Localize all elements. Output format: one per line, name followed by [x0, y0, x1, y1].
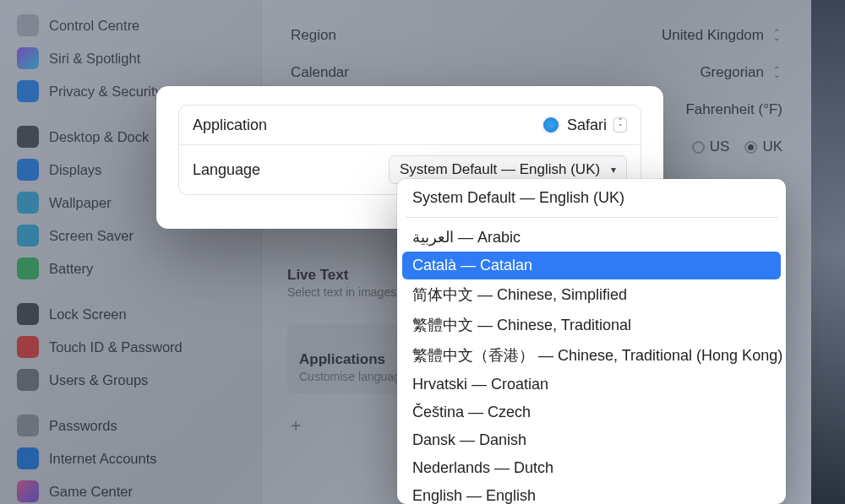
dropdown-item[interactable]: 繁體中文（香港） — Chinese, Traditional (Hong Ko… [402, 340, 781, 371]
dropdown-item[interactable]: Čeština — Czech [402, 398, 781, 426]
application-selector[interactable]: Safari ˄˅ [542, 116, 627, 134]
dropdown-separator [406, 217, 777, 218]
updown-icon: ˄˅ [613, 117, 627, 133]
dropdown-item[interactable]: 繁體中文 — Chinese, Traditional [402, 310, 781, 340]
dialog-label: Application [193, 117, 267, 134]
dropdown-item[interactable]: 简体中文 — Chinese, Simplified [402, 279, 781, 310]
dropdown-item[interactable]: Català — Catalan [402, 252, 781, 279]
dropdown-item[interactable]: English — English [402, 482, 781, 504]
dropdown-item[interactable]: العربية — Arabic [402, 223, 781, 252]
chevron-down-icon: ▾ [611, 164, 616, 176]
dropdown-item-default[interactable]: System Default — English (UK) [402, 184, 781, 212]
dropdown-item[interactable]: Dansk — Danish [402, 426, 781, 454]
safari-icon [542, 116, 560, 134]
dropdown-item[interactable]: Hrvatski — Croatian [402, 371, 781, 398]
dropdown-item[interactable]: Nederlands — Dutch [402, 454, 781, 482]
application-value-text: Safari [567, 117, 607, 134]
language-dropdown[interactable]: System Default — English (UK) العربية — … [397, 179, 786, 504]
language-value-text: System Default — English (UK) [400, 161, 600, 178]
dialog-row-application: Application Safari ˄˅ [179, 106, 641, 144]
dialog-label: Language [193, 161, 260, 179]
